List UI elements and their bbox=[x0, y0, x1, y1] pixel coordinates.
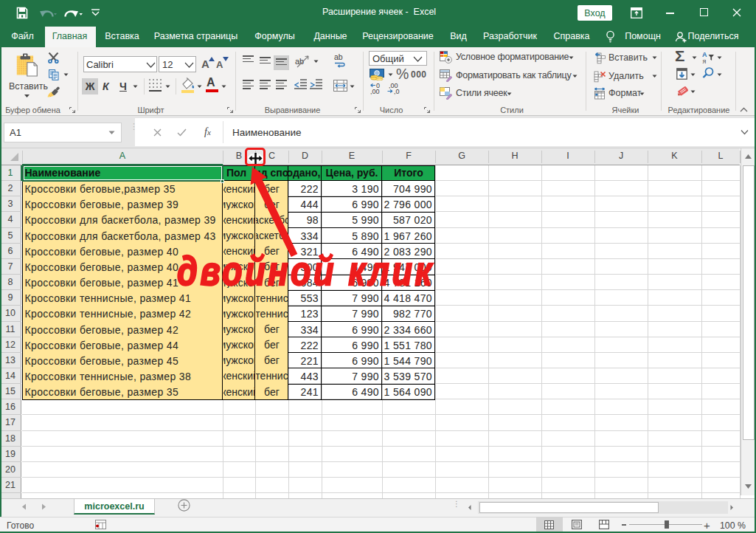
svg-text:ab: ab bbox=[334, 53, 343, 61]
svg-text:А: А bbox=[702, 51, 707, 58]
svg-text:,0: ,0 bbox=[394, 88, 400, 95]
svg-text:я: я bbox=[703, 58, 707, 64]
svg-text:0: 0 bbox=[376, 83, 380, 89]
